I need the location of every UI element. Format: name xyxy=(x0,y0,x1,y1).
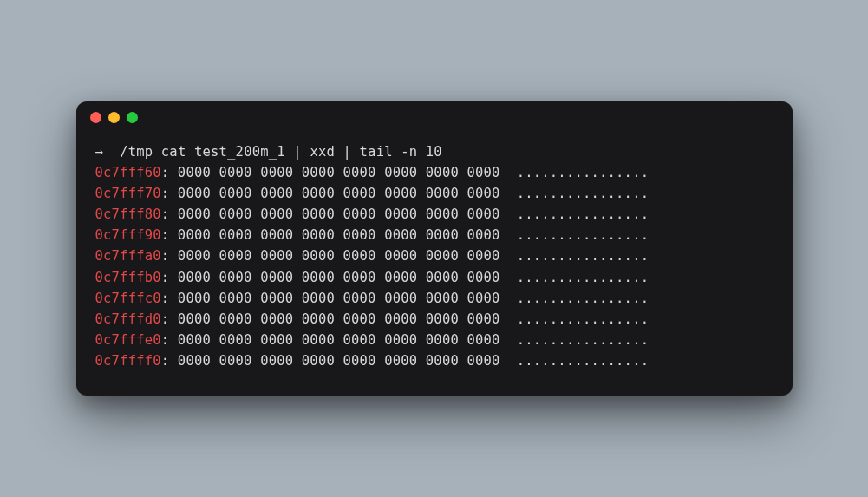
hex-address: 0c7fff90 xyxy=(95,227,161,243)
hex-output-row: 0c7fff80: 0000 0000 0000 0000 0000 0000 … xyxy=(95,204,773,225)
hex-ascii: ................ xyxy=(517,270,649,285)
minimize-icon[interactable] xyxy=(108,112,120,123)
prompt-line: → /tmp cat test_200m_1 | xxd | tail -n 1… xyxy=(95,144,442,160)
hex-address: 0c7fffe0 xyxy=(95,332,161,348)
colon: : xyxy=(161,270,170,285)
hex-output-row: 0c7ffff0: 0000 0000 0000 0000 0000 0000 … xyxy=(95,350,773,371)
prompt-arrow-icon: → xyxy=(95,144,104,160)
maximize-icon[interactable] xyxy=(127,112,138,123)
hex-ascii: ................ xyxy=(517,353,649,369)
hex-bytes: 0000 0000 0000 0000 0000 0000 0000 0000 xyxy=(178,165,500,180)
hex-address: 0c7fffa0 xyxy=(95,248,161,264)
hex-bytes: 0000 0000 0000 0000 0000 0000 0000 0000 xyxy=(178,291,500,306)
hex-address: 0c7fff60 xyxy=(95,165,161,180)
hex-output-row: 0c7fff70: 0000 0000 0000 0000 0000 0000 … xyxy=(95,183,773,204)
hex-ascii: ................ xyxy=(517,291,649,306)
hex-bytes: 0000 0000 0000 0000 0000 0000 0000 0000 xyxy=(178,186,500,201)
hex-address: 0c7ffff0 xyxy=(95,353,161,369)
colon: : xyxy=(161,206,170,222)
hex-bytes: 0000 0000 0000 0000 0000 0000 0000 0000 xyxy=(178,311,500,327)
terminal-body[interactable]: → /tmp cat test_200m_1 | xxd | tail -n 1… xyxy=(76,133,793,395)
hex-ascii: ................ xyxy=(517,311,649,327)
hex-address: 0c7fff80 xyxy=(95,206,161,222)
colon: : xyxy=(161,248,170,264)
hex-address: 0c7fffd0 xyxy=(95,311,161,327)
hex-ascii: ................ xyxy=(517,332,649,348)
hex-bytes: 0000 0000 0000 0000 0000 0000 0000 0000 xyxy=(178,227,500,243)
hex-ascii: ................ xyxy=(517,227,649,243)
colon: : xyxy=(161,227,170,243)
hex-address: 0c7fffc0 xyxy=(95,291,161,306)
hex-ascii: ................ xyxy=(517,165,649,180)
hex-output-row: 0c7fff60: 0000 0000 0000 0000 0000 0000 … xyxy=(95,162,773,183)
hex-output-row: 0c7fff90: 0000 0000 0000 0000 0000 0000 … xyxy=(95,225,773,245)
hex-ascii: ................ xyxy=(517,248,649,264)
colon: : xyxy=(161,311,170,327)
hex-output-row: 0c7fffa0: 0000 0000 0000 0000 0000 0000 … xyxy=(95,245,773,266)
hex-bytes: 0000 0000 0000 0000 0000 0000 0000 0000 xyxy=(178,206,500,222)
colon: : xyxy=(161,353,170,369)
hex-output-row: 0c7fffc0: 0000 0000 0000 0000 0000 0000 … xyxy=(95,288,773,309)
colon: : xyxy=(161,332,170,348)
hex-bytes: 0000 0000 0000 0000 0000 0000 0000 0000 xyxy=(178,270,500,285)
hex-output-row: 0c7fffb0: 0000 0000 0000 0000 0000 0000 … xyxy=(95,267,773,288)
hex-ascii: ................ xyxy=(517,186,649,201)
hex-bytes: 0000 0000 0000 0000 0000 0000 0000 0000 xyxy=(178,332,500,348)
colon: : xyxy=(161,165,170,180)
hex-output-row: 0c7fffd0: 0000 0000 0000 0000 0000 0000 … xyxy=(95,309,773,330)
hex-address: 0c7fff70 xyxy=(95,186,161,201)
hex-bytes: 0000 0000 0000 0000 0000 0000 0000 0000 xyxy=(178,248,500,264)
colon: : xyxy=(161,291,170,306)
prompt-command: cat test_200m_1 | xxd | tail -n 10 xyxy=(161,144,442,160)
hex-bytes: 0000 0000 0000 0000 0000 0000 0000 0000 xyxy=(178,353,500,369)
titlebar xyxy=(76,101,793,133)
colon: : xyxy=(161,186,170,201)
close-icon[interactable] xyxy=(90,112,101,123)
hex-ascii: ................ xyxy=(517,206,649,222)
prompt-path: /tmp xyxy=(120,144,153,160)
hex-output-row: 0c7fffe0: 0000 0000 0000 0000 0000 0000 … xyxy=(95,330,773,350)
terminal-window: → /tmp cat test_200m_1 | xxd | tail -n 1… xyxy=(76,101,793,395)
hex-address: 0c7fffb0 xyxy=(95,270,161,285)
